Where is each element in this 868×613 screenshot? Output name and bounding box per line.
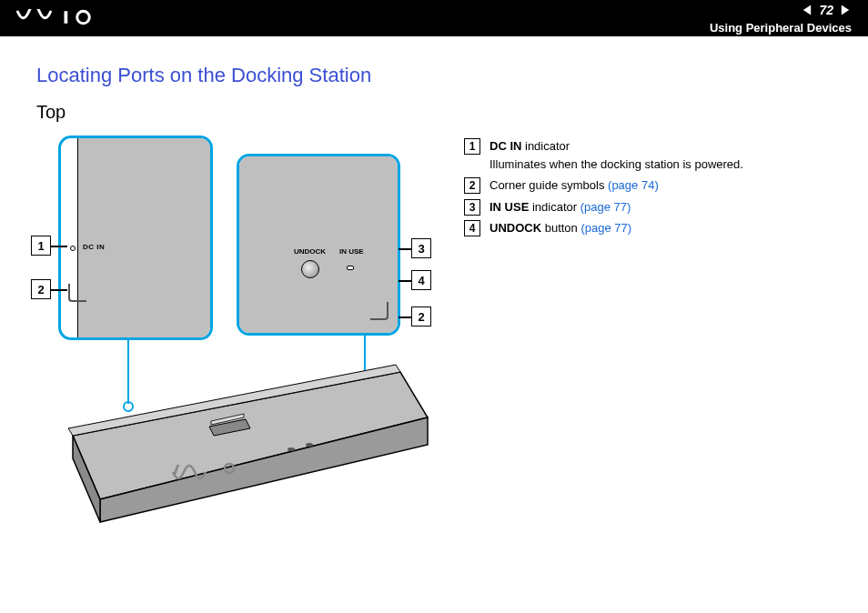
legend-bold: IN USE [490, 200, 529, 214]
legend-link[interactable]: (page 77) [580, 200, 631, 214]
legend-item-3: 3 IN USE indicator (page 77) [464, 198, 832, 216]
svg-marker-3 [842, 5, 849, 15]
dock-corner-left [77, 136, 213, 340]
undock-label: UNDOCK [294, 247, 326, 256]
header-section-title: Using Peripheral Devices [710, 21, 852, 35]
legend-item-1: 1 DC IN indicator Illuminates when the d… [464, 137, 832, 173]
page-number: 72 [817, 3, 835, 17]
callout-number-2-left: 2 [31, 279, 51, 299]
callout-left: DC IN [58, 136, 213, 340]
svg-point-11 [306, 443, 313, 447]
legend-rest: button [541, 221, 580, 235]
leader-line [399, 317, 411, 318]
legend-number: 3 [464, 199, 480, 216]
main-row: DC IN UNDOCK IN USE 1 2 3 [36, 136, 832, 527]
page-subtitle: Top [36, 102, 832, 123]
legend-text: Corner guide symbols (page 74) [490, 176, 832, 195]
dc-in-label: DC IN [83, 243, 105, 251]
svg-point-10 [288, 447, 295, 451]
next-page-arrow-icon[interactable] [839, 4, 852, 16]
figure: DC IN UNDOCK IN USE 1 2 3 [36, 136, 437, 527]
legend-bold: DC IN [490, 139, 521, 153]
legend-rest: indicator [521, 139, 570, 153]
corner-guide-symbol-right [370, 302, 389, 320]
legend-rest: Corner guide symbols [490, 178, 608, 192]
legend-link[interactable]: (page 77) [580, 221, 631, 235]
in-use-indicator [347, 266, 354, 270]
dc-in-indicator [70, 246, 76, 251]
legend-rest: indicator [529, 200, 580, 214]
callout-right: UNDOCK IN USE [237, 154, 400, 336]
legend-number: 4 [464, 220, 480, 236]
legend-number: 1 [464, 138, 480, 155]
leader-line [399, 248, 411, 250]
vaio-logo-svg [16, 9, 98, 25]
page-title: Locating Ports on the Docking Station [36, 64, 832, 87]
callout-number-2-right: 2 [411, 306, 431, 327]
page-content: Locating Ports on the Docking Station To… [0, 36, 868, 527]
leader-line [51, 289, 67, 291]
legend-text: UNDOCK button (page 77) [490, 219, 832, 237]
header-bar: 72 Using Peripheral Devices [0, 0, 868, 36]
prev-page-arrow-icon[interactable] [801, 4, 813, 16]
legend-bold: UNDOCK [490, 221, 541, 235]
callout-number-3: 3 [411, 238, 431, 258]
callout-number-1: 1 [31, 236, 51, 256]
legend-item-4: 4 UNDOCK button (page 77) [464, 219, 832, 237]
leader-line [399, 280, 411, 282]
legend-link[interactable]: (page 74) [608, 178, 659, 192]
legend-text: IN USE indicator (page 77) [490, 198, 832, 216]
callout-number-4: 4 [411, 270, 431, 290]
legend-sub: Illuminates when the docking station is … [490, 156, 832, 174]
corner-guide-symbol-left [68, 284, 86, 302]
legend-number: 2 [464, 177, 480, 194]
page-nav: 72 [801, 3, 852, 17]
vaio-logo [16, 5, 98, 31]
svg-marker-2 [803, 5, 811, 15]
undock-button-graphic [301, 260, 319, 278]
legend-text: DC IN indicator Illuminates when the doc… [490, 137, 832, 173]
legend-item-2: 2 Corner guide symbols (page 74) [464, 176, 832, 195]
svg-rect-0 [65, 11, 68, 24]
legend: 1 DC IN indicator Illuminates when the d… [446, 136, 832, 241]
in-use-label: IN USE [339, 247, 364, 256]
docking-station-illustration [36, 363, 437, 527]
svg-point-1 [77, 11, 90, 24]
header-info: 72 Using Peripheral Devices [710, 3, 852, 35]
leader-line [51, 246, 67, 247]
